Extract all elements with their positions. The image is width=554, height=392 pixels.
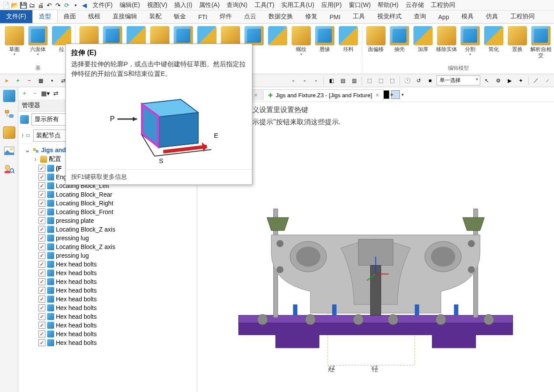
tree-item[interactable]: ✓Locating Block_Right: [19, 199, 196, 208]
tb-icon[interactable]: ⬚: [376, 76, 385, 85]
checkbox-checked-icon[interactable]: ✓: [38, 278, 45, 285]
ribbon-button[interactable]: [172, 25, 194, 45]
tb-icon[interactable]: ▫: [300, 76, 310, 85]
ribbon-tab[interactable]: 查询: [408, 10, 432, 23]
tb-icon[interactable]: ▫: [311, 76, 321, 85]
ribbon-button[interactable]: [196, 25, 218, 45]
checkbox-checked-icon[interactable]: ✓: [38, 287, 45, 294]
ribbon-tab[interactable]: 曲面: [58, 10, 82, 23]
line-icon[interactable]: ／: [531, 76, 541, 85]
tb-icon[interactable]: ↺: [414, 76, 423, 85]
menu-item[interactable]: 窗口(W): [345, 0, 375, 10]
user-panel-icon[interactable]: [3, 163, 15, 175]
checkbox-checked-icon[interactable]: ✓: [38, 174, 45, 181]
ribbon-button[interactable]: [243, 25, 265, 45]
play-icon[interactable]: ▶: [505, 76, 514, 85]
tree-item[interactable]: ✓pressing plate: [19, 216, 196, 225]
tree-item[interactable]: ✓Hex head bolts: [19, 269, 196, 277]
tree-item[interactable]: ✓Hex head bolts: [19, 286, 196, 295]
tree-item[interactable]: ✓Hex head bolts: [19, 277, 196, 286]
checkbox-checked-icon[interactable]: ✓: [38, 339, 45, 346]
tb-icon[interactable]: ⚙: [493, 76, 503, 85]
ribbon-tab[interactable]: 模具: [455, 10, 480, 23]
ribbon-tab[interactable]: 线框: [82, 10, 107, 23]
document-tab-active[interactable]: ✚ Jigs and Fixture.Z3 - [Jigs and Fixtur…: [263, 89, 384, 100]
ribbon-button[interactable]: [267, 25, 289, 45]
expand-icon[interactable]: ›: [32, 156, 38, 163]
ribbon-tab[interactable]: PMI: [323, 11, 347, 23]
ribbon-tab[interactable]: 工程协同: [504, 10, 541, 23]
ribbon-button[interactable]: 移除实体: [436, 25, 458, 52]
tb-icon[interactable]: ▫: [289, 76, 298, 85]
ribbon-button[interactable]: 分割▾: [459, 25, 481, 56]
ribbon-button[interactable]: [149, 25, 171, 45]
tree-item[interactable]: ✓Locating Block_Z axis: [19, 225, 196, 234]
select-arrow-icon[interactable]: ➤: [2, 76, 11, 85]
checkbox-checked-icon[interactable]: ✓: [38, 217, 45, 224]
ribbon-tab[interactable]: 装配: [143, 10, 168, 23]
tree-item[interactable]: ✓pressing lug: [19, 234, 196, 242]
close-icon[interactable]: ×: [254, 92, 258, 99]
checkbox-checked-icon[interactable]: ✓: [38, 235, 45, 242]
mgr-remove-icon[interactable]: －: [31, 89, 39, 98]
checkbox-checked-icon[interactable]: ✓: [38, 200, 45, 207]
ribbon-tab[interactable]: 工具: [347, 10, 371, 23]
qat-redo-icon[interactable]: ↷: [54, 1, 62, 9]
ribbon-button[interactable]: 唇缘: [314, 25, 336, 52]
cursor-icon[interactable]: ↖: [482, 76, 492, 85]
tree-item[interactable]: ✓Hex head bolts: [19, 330, 196, 338]
checkbox-checked-icon[interactable]: ✓: [38, 252, 45, 259]
remove-icon[interactable]: －: [24, 76, 34, 85]
ribbon-button[interactable]: [220, 25, 241, 45]
tree-item[interactable]: ✓Hex head bolts: [19, 338, 196, 347]
checkbox-checked-icon[interactable]: ✓: [38, 304, 45, 311]
qat-back-icon[interactable]: ◀: [80, 1, 88, 9]
menu-item[interactable]: 编辑(E): [116, 0, 144, 10]
tb-icon[interactable]: ⬚: [387, 76, 397, 85]
checkbox-checked-icon[interactable]: ✓: [38, 226, 45, 233]
ribbon-button[interactable]: 简化: [483, 25, 505, 52]
tb-icon[interactable]: ◧: [327, 76, 336, 85]
ribbon-tab[interactable]: 焊件: [213, 10, 238, 23]
checkbox-checked-icon[interactable]: ✓: [38, 269, 45, 276]
ribbon-button[interactable]: 加厚: [412, 25, 434, 52]
tb-icon[interactable]: ✦: [516, 76, 526, 85]
tb-icon[interactable]: ⟋: [543, 76, 552, 85]
mgr-cube-icon[interactable]: [20, 115, 29, 124]
tree-item[interactable]: ✓Locating Block_Front: [19, 208, 196, 216]
qat-caret-icon[interactable]: ▾: [72, 1, 79, 9]
qat-undo-icon[interactable]: ↶: [45, 1, 53, 9]
model-panel-icon[interactable]: [3, 126, 15, 139]
qat-print-icon[interactable]: 🖨: [37, 1, 45, 9]
tb-icon[interactable]: ⬚: [365, 76, 374, 85]
ribbon-tab[interactable]: 修复: [299, 10, 323, 23]
ribbon-button[interactable]: 解析自相交: [530, 25, 552, 58]
image-panel-icon[interactable]: [3, 145, 15, 157]
ribbon-tab[interactable]: 数据交换: [262, 10, 299, 23]
caret-icon[interactable]: ▾: [47, 76, 57, 85]
tb-icon[interactable]: ▤: [338, 76, 348, 85]
clock-icon[interactable]: 🕐: [403, 76, 412, 85]
mgr-grid-icon[interactable]: ▦▾: [41, 89, 50, 98]
new-tab-button[interactable]: ＋: [385, 89, 399, 100]
menu-item[interactable]: 工具(T): [251, 0, 278, 10]
tree-item[interactable]: ✓Locating Block_Z axis: [19, 242, 196, 251]
ribbon-tab[interactable]: 直接编辑: [107, 10, 143, 23]
tree-item[interactable]: ✓Hex head bolts: [19, 295, 196, 303]
ribbon-button[interactable]: 置换: [506, 25, 528, 52]
tb-icon[interactable]: ▥: [349, 76, 359, 85]
checkbox-checked-icon[interactable]: ✓: [38, 182, 45, 189]
add-icon[interactable]: ＋: [13, 76, 23, 85]
ribbon-tab[interactable]: 视觉样式: [371, 10, 408, 23]
qat-save-icon[interactable]: 💾: [19, 1, 27, 9]
ribbon-button[interactable]: [125, 25, 147, 45]
checkbox-checked-icon[interactable]: ✓: [38, 313, 45, 320]
tree-panel-icon[interactable]: [3, 108, 15, 120]
qat-saveall-icon[interactable]: 🗂: [28, 1, 36, 9]
tree-item[interactable]: ✓Hex head bolts: [19, 312, 196, 321]
checkbox-checked-icon[interactable]: ✓: [38, 322, 45, 329]
ribbon-button[interactable]: 草图▾: [3, 25, 25, 56]
qat-refresh-icon[interactable]: ⟳: [63, 1, 71, 9]
tree-item[interactable]: ✓Locating Block_Rear: [19, 190, 196, 199]
menu-item[interactable]: 帮助(H): [374, 0, 402, 10]
